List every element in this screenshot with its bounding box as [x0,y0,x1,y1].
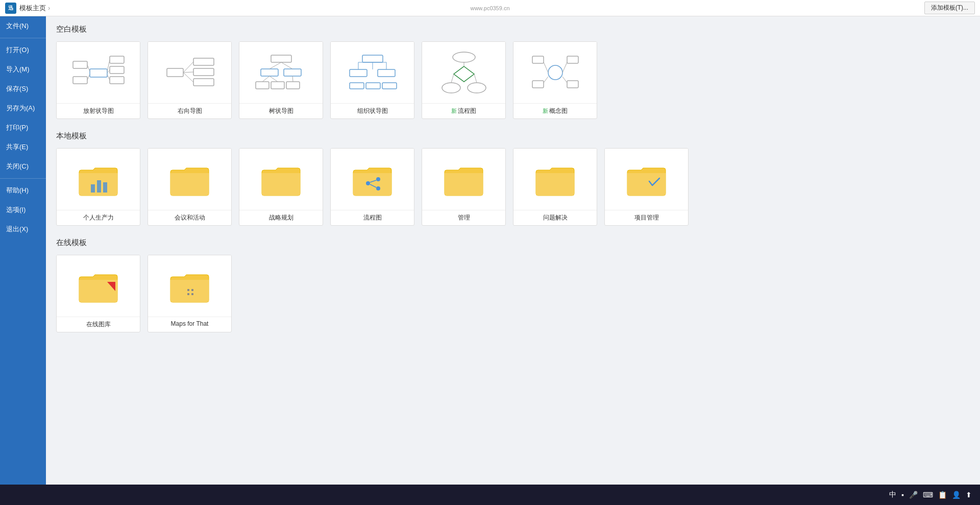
sidebar-item-exit[interactable]: 退出(X) [0,220,46,239]
template-radial[interactable]: 放射状导图 [56,41,140,119]
svg-rect-18 [271,55,291,62]
svg-rect-12 [193,58,214,65]
sidebar-item-open[interactable]: 打开(O) [0,40,46,60]
svg-line-27 [270,76,278,82]
taskbar: 中 ▪ 🎤 ⌨ 📋 👤 ⬆ [0,485,980,505]
template-personal[interactable]: 个人生产力 [56,148,140,226]
template-flow-local[interactable]: 流程图 [330,148,414,226]
svg-rect-48 [532,56,544,63]
template-radial-thumb [57,42,140,103]
breadcrumb: 模板主页 › [19,4,50,13]
template-org-label: 组织状导图 [331,103,414,118]
template-problem-thumb [513,149,597,210]
sidebar-item-file[interactable]: 文件(N) [0,16,46,36]
svg-rect-34 [382,83,397,89]
template-org-thumb [331,42,414,103]
taskbar-item-4[interactable]: ⌨ [923,491,933,499]
sidebar-item-save[interactable]: 保存(S) [0,79,46,99]
sidebar-item-import[interactable]: 导入(M) [0,60,46,79]
taskbar-item-7[interactable]: ⬆ [966,491,972,499]
template-meeting[interactable]: 会议和活动 [148,148,232,226]
svg-rect-1 [73,61,87,68]
svg-rect-58 [103,182,107,193]
taskbar-item-2[interactable]: ▪ [901,491,904,499]
content-area: 空白模板 [46,16,980,485]
svg-line-7 [87,74,90,80]
template-radial-label: 放射状导图 [57,103,140,118]
template-flow-local-label: 流程图 [331,210,414,225]
template-maps-for-that[interactable]: Maps for That [148,255,232,332]
template-tree-thumb [239,42,323,103]
template-flowchart-label: 新流程图 [422,103,505,118]
svg-line-45 [451,74,454,83]
template-right[interactable]: 右向导图 [148,41,232,119]
sidebar-item-close[interactable]: 关闭(C) [0,157,46,176]
sidebar-item-print[interactable]: 打印(P) [0,118,46,137]
template-problem-label: 问题解决 [513,210,597,225]
svg-rect-29 [362,55,383,62]
template-personal-label: 个人生产力 [57,210,140,225]
template-project[interactable]: 项目管理 [604,148,689,226]
svg-point-40 [453,52,475,62]
taskbar-item-6[interactable]: 👤 [952,491,961,499]
template-problem[interactable]: 问题解决 [513,148,597,226]
svg-line-10 [107,75,110,80]
svg-rect-20 [284,69,301,76]
svg-rect-30 [350,69,367,77]
template-online-gallery[interactable]: 在线图库 [56,255,140,332]
template-manage[interactable]: 管理 [422,148,506,226]
template-concept-thumb [513,42,597,103]
svg-rect-66 [191,289,193,291]
svg-point-60 [376,177,380,181]
sidebar-item-help[interactable]: 帮助(H) [0,181,46,200]
svg-rect-56 [91,184,95,193]
taskbar-item-3[interactable]: 🎤 [909,491,918,499]
breadcrumb-home: 模板主页 [19,4,46,13]
svg-rect-31 [378,69,395,77]
top-bar-left: 迅 模板主页 › [5,3,50,14]
template-org[interactable]: 组织状导图 [330,41,414,119]
breadcrumb-sep: › [48,4,50,12]
template-concept-label: 新概念图 [513,103,597,118]
svg-rect-21 [256,82,269,89]
online-templates-title: 在线模板 [56,238,970,248]
blank-templates-grid: 放射状导图 右向导图 [56,41,970,119]
svg-rect-14 [193,79,214,86]
template-concept[interactable]: 新概念图 [513,41,597,119]
svg-line-28 [292,76,293,82]
svg-rect-67 [187,293,189,295]
template-strategy[interactable]: 战略规划 [239,148,323,226]
svg-point-43 [468,83,486,93]
new-badge-flowchart: 新 [451,108,457,114]
app-logo: 迅 [5,3,16,14]
template-right-thumb [148,42,231,103]
template-flowchart[interactable]: 新流程图 [422,41,506,119]
taskbar-item-5[interactable]: 📋 [938,491,947,499]
sidebar-item-share[interactable]: 共享(E) [0,137,46,157]
svg-marker-41 [454,66,474,82]
svg-rect-51 [532,81,544,88]
taskbar-item-1[interactable]: 中 [889,490,896,499]
svg-line-52 [544,62,548,73]
top-bar: 迅 模板主页 › www.pc0359.cn 添加模板(T)... [0,0,980,16]
add-template-button[interactable]: 添加模板(T)... [924,2,975,14]
svg-rect-50 [567,81,578,88]
template-online-gallery-label: 在线图库 [57,317,140,332]
local-templates-title: 本地模板 [56,131,970,141]
sidebar-separator-1 [0,38,46,38]
svg-rect-49 [567,56,578,63]
sidebar-item-options[interactable]: 选项(I) [0,200,46,220]
template-strategy-thumb [239,149,323,210]
online-templates-grid: 在线图库 Maps for That [56,255,970,332]
svg-line-55 [544,77,548,83]
svg-rect-65 [187,289,189,291]
sidebar-item-saveas[interactable]: 另存为(A) [0,99,46,118]
template-tree-label: 树状导图 [239,103,323,118]
svg-line-17 [183,73,193,82]
template-tree[interactable]: 树状导图 [239,41,323,119]
svg-rect-3 [110,56,124,63]
template-project-label: 项目管理 [605,210,688,225]
svg-rect-5 [110,77,124,84]
template-manage-label: 管理 [422,210,505,225]
svg-line-46 [474,74,477,83]
